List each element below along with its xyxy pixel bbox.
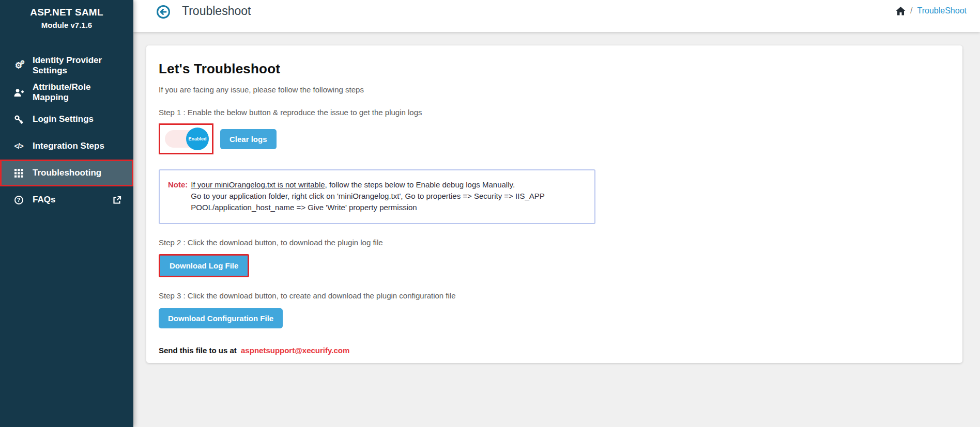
sidebar-item-label: FAQs (33, 195, 55, 205)
page-title: Troubleshoot (182, 4, 251, 18)
toggle-knob: Enabled (186, 128, 209, 150)
sidebar-item-faqs[interactable]: ? FAQs (0, 186, 133, 213)
clear-logs-button[interactable]: Clear logs (220, 129, 277, 149)
breadcrumb: / TroubleShoot (896, 6, 967, 15)
debug-logs-toggle[interactable]: Enabled (165, 130, 207, 148)
step1-controls: Enabled Clear logs (159, 123, 947, 154)
brand-title: ASP.NET SAML (0, 7, 133, 18)
sidebar-item-label: Identity Provider Settings (33, 55, 121, 76)
sidebar-item-troubleshooting[interactable]: Troubleshooting (0, 160, 133, 186)
step1-label: Step 1 : Enable the below button & repro… (159, 108, 947, 117)
send-file-label: Send this file to us at (159, 346, 237, 355)
sidebar-item-label: Troubleshooting (33, 168, 101, 178)
step2-controls: Download Log File (159, 254, 947, 277)
toggle-highlight-frame: Enabled (159, 123, 213, 154)
code-icon: </> (13, 142, 24, 150)
support-email-link[interactable]: aspnetsupport@xecurify.com (241, 346, 349, 355)
sidebar-item-label: Attribute/Role Mapping (33, 82, 121, 103)
step3-label: Step 3 : Click the download button, to c… (159, 291, 947, 300)
sidebar-item-login-settings[interactable]: Login Settings (0, 106, 133, 133)
question-circle-icon: ? (13, 196, 24, 204)
grid-icon (13, 169, 24, 178)
download-log-file-button[interactable]: Download Log File (159, 254, 249, 277)
gears-icon: ⚙⚙ (13, 61, 24, 70)
sidebar: ASP.NET SAML Module v7.1.6 ⚙⚙ Identity P… (0, 0, 133, 427)
card-heading: Let's Troubleshoot (159, 61, 947, 77)
note-text: If your miniOrangelog.txt is not writabl… (191, 179, 544, 213)
back-circle-icon[interactable] (156, 5, 171, 19)
note-label: Note: (168, 179, 188, 213)
note-after-underline: , follow the steps below to Enable debug… (325, 180, 515, 189)
home-icon[interactable] (896, 7, 906, 15)
step3-controls: Download Configuration File (159, 308, 947, 328)
note-box: Note: If your miniOrangelog.txt is not w… (159, 169, 595, 224)
intro-text: If you are facing any issue, please foll… (159, 85, 947, 94)
breadcrumb-current-link[interactable]: TroubleShoot (917, 6, 967, 15)
send-file-text: Send this file to us at aspnetsupport@xe… (159, 346, 947, 355)
step2-label: Step 2 : Click the download button, to d… (159, 238, 947, 247)
key-icon (13, 115, 24, 124)
breadcrumb-separator: / (910, 6, 912, 15)
external-link-icon (113, 196, 121, 204)
sidebar-item-integration-steps[interactable]: </> Integration Steps (0, 133, 133, 160)
sidebar-item-label: Integration Steps (33, 141, 104, 151)
sidebar-item-label: Login Settings (33, 114, 94, 124)
note-line2: Go to your application folder, right cli… (191, 192, 544, 200)
note-underlined-text: If your miniOrangelog.txt is not writabl… (191, 180, 325, 189)
brand: ASP.NET SAML Module v7.1.6 (0, 0, 133, 29)
top-header-bar: Troubleshoot / TroubleShoot (133, 0, 980, 32)
download-configuration-file-button[interactable]: Download Configuration File (159, 308, 283, 328)
user-plus-icon (13, 88, 24, 97)
brand-subtitle: Module v7.1.6 (0, 21, 133, 29)
note-line3: POOL/application_host_name => Give 'Writ… (191, 203, 417, 212)
sidebar-item-identity-provider-settings[interactable]: ⚙⚙ Identity Provider Settings (0, 52, 133, 79)
sidebar-item-attribute-role-mapping[interactable]: Attribute/Role Mapping (0, 79, 133, 106)
sidebar-nav: ⚙⚙ Identity Provider Settings Attribute/… (0, 52, 133, 213)
troubleshoot-card: Let's Troubleshoot If you are facing any… (146, 45, 962, 363)
